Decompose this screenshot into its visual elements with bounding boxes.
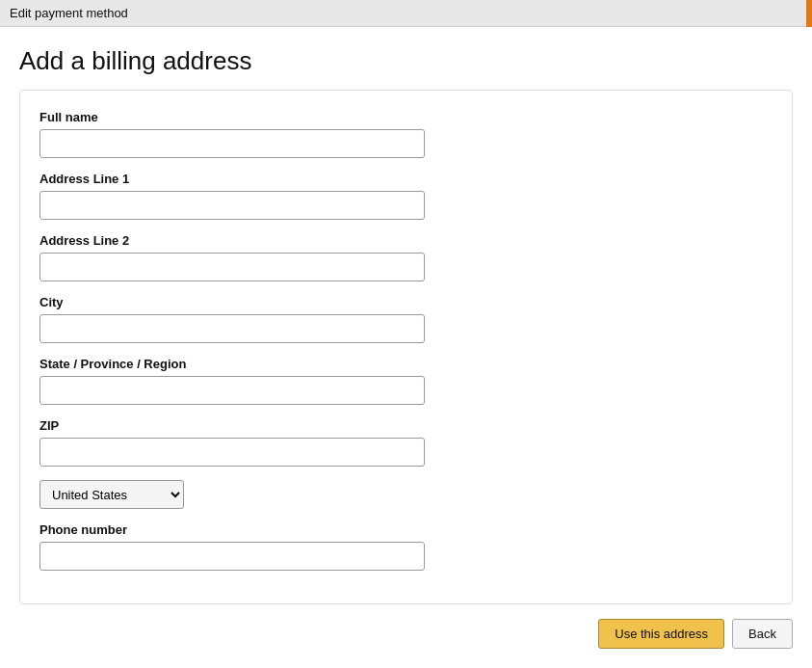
use-address-button[interactable]: Use this address	[598, 619, 724, 649]
address-line1-group: Address Line 1	[39, 172, 773, 220]
footer-buttons: Use this address Back	[598, 603, 793, 658]
zip-group: ZIP	[39, 418, 773, 467]
state-region-input[interactable]	[39, 376, 425, 405]
state-region-label: State / Province / Region	[39, 357, 773, 371]
phone-number-group: Phone number	[39, 522, 773, 571]
city-input[interactable]	[39, 314, 425, 343]
form-container: Full name Address Line 1 Address Line 2 …	[19, 90, 793, 604]
title-bar-label: Edit payment method	[10, 6, 128, 20]
zip-label: ZIP	[39, 418, 773, 433]
back-button[interactable]: Back	[732, 619, 793, 649]
title-bar-accent	[806, 0, 812, 27]
address-line1-input[interactable]	[39, 191, 425, 220]
country-select[interactable]: United States Canada United Kingdom Aust…	[39, 480, 184, 509]
state-region-group: State / Province / Region	[39, 357, 773, 405]
page-title: Add a billing address	[19, 46, 793, 76]
city-group: City	[39, 295, 773, 343]
full-name-group: Full name	[39, 110, 773, 158]
country-group: United States Canada United Kingdom Aust…	[39, 480, 773, 509]
address-line2-input[interactable]	[39, 253, 425, 281]
address-line1-label: Address Line 1	[39, 172, 773, 186]
full-name-label: Full name	[39, 110, 773, 124]
phone-number-label: Phone number	[39, 522, 773, 537]
full-name-input[interactable]	[39, 129, 425, 158]
address-line2-label: Address Line 2	[39, 233, 773, 248]
city-label: City	[39, 295, 773, 309]
zip-input[interactable]	[39, 438, 425, 467]
title-bar: Edit payment method	[0, 0, 812, 27]
main-content: Add a billing address Full name Address …	[0, 27, 812, 668]
address-line2-group: Address Line 2	[39, 233, 773, 281]
phone-number-input[interactable]	[39, 542, 425, 571]
